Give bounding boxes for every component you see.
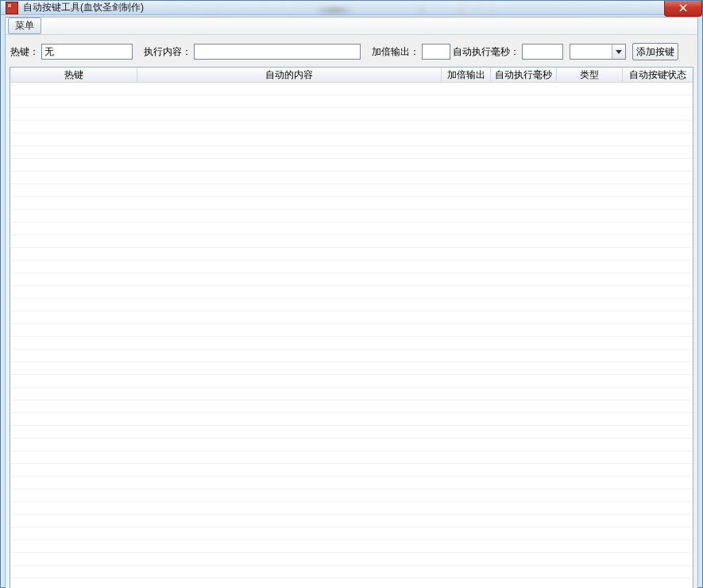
table-row[interactable] [10,528,693,540]
table-row[interactable] [10,502,693,515]
close-icon [679,3,687,14]
data-grid: 热键 自动的内容 加倍输出 自动执行毫秒 类型 自动按键状态 [10,67,693,588]
table-row[interactable] [10,413,693,426]
table-row[interactable] [10,273,693,286]
chevron-down-icon [616,46,622,57]
double-output-input[interactable] [422,44,450,60]
type-combobox-input[interactable] [570,44,612,59]
table-row[interactable] [10,540,693,553]
auto-ms-input[interactable] [522,44,563,60]
table-row[interactable] [10,566,693,578]
app-window: 自动按键工具(血饮圣剑制作) 菜单 热键： 执行内容： 加倍输出： 自动执行毫秒… [0,0,703,588]
menubar: 菜单 [6,17,697,35]
table-row[interactable] [10,388,693,400]
column-header-type[interactable]: 类型 [557,68,623,82]
table-row[interactable] [10,337,693,350]
table-row[interactable] [10,477,693,489]
table-row[interactable] [10,362,693,375]
table-row[interactable] [10,121,693,133]
table-row[interactable] [10,286,693,299]
table-row[interactable] [10,159,693,172]
column-header-ms[interactable]: 自动执行毫秒 [491,68,557,82]
table-row[interactable] [10,95,693,108]
table-row[interactable] [10,515,693,528]
table-row[interactable] [10,451,693,464]
type-combobox-dropdown-button[interactable] [612,44,625,59]
window-title: 自动按键工具(血饮圣剑制作) [23,1,144,14]
titlebar[interactable]: 自动按键工具(血饮圣剑制作) [1,1,702,15]
column-header-hotkey[interactable]: 热键 [10,68,137,82]
column-header-double[interactable]: 加倍输出 [442,68,491,82]
table-row[interactable] [10,222,693,235]
table-row[interactable] [10,146,693,159]
column-header-content[interactable]: 自动的内容 [137,68,442,82]
menu-button[interactable]: 菜单 [8,17,41,34]
table-row[interactable] [10,489,693,502]
column-header-status[interactable]: 自动按键状态 [623,68,693,82]
table-row[interactable] [10,210,693,222]
content-input[interactable] [194,44,361,60]
close-button[interactable] [664,1,702,17]
content-label: 执行内容： [144,45,191,59]
table-row[interactable] [10,400,693,413]
table-row[interactable] [10,578,693,588]
type-combobox[interactable] [570,44,626,60]
table-row[interactable] [10,261,693,273]
hotkey-label: 热键： [10,45,39,59]
grid-body[interactable] [10,83,693,588]
auto-ms-label: 自动执行毫秒： [453,45,520,59]
table-row[interactable] [10,172,693,184]
grid-header: 热键 自动的内容 加倍输出 自动执行毫秒 类型 自动按键状态 [10,68,693,83]
form-row: 热键： 执行内容： 加倍输出： 自动执行毫秒： 添加按键 [6,35,697,67]
add-key-button[interactable]: 添加按键 [632,43,678,60]
table-row[interactable] [10,464,693,477]
table-row[interactable] [10,375,693,388]
titlebar-background-blur [160,2,655,13]
app-icon [6,2,18,14]
table-row[interactable] [10,350,693,362]
table-row[interactable] [10,299,693,311]
table-row[interactable] [10,553,693,566]
table-row[interactable] [10,426,693,439]
table-row[interactable] [10,235,693,248]
double-output-label: 加倍输出： [372,45,419,59]
table-row[interactable] [10,248,693,261]
table-row[interactable] [10,197,693,210]
table-row[interactable] [10,108,693,121]
table-row[interactable] [10,83,693,95]
table-row[interactable] [10,184,693,197]
table-row[interactable] [10,324,693,337]
hotkey-input[interactable] [41,44,133,60]
client-area: 菜单 热键： 执行内容： 加倍输出： 自动执行毫秒： [5,17,698,588]
table-row[interactable] [10,439,693,451]
table-row[interactable] [10,133,693,146]
table-row[interactable] [10,311,693,324]
